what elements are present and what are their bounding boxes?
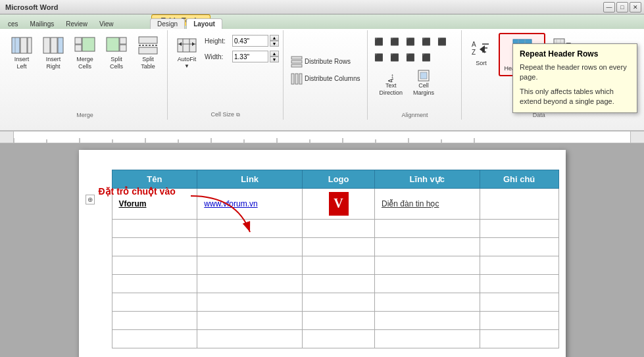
cell-desc-5 (375, 274, 480, 293)
height-label: Height: (205, 37, 231, 45)
app-title: Microsoft Word (5, 3, 58, 11)
cell-link-7 (197, 311, 303, 329)
cell-logo-3 (303, 237, 375, 256)
distribute-cols-btn[interactable]: Distribute Columns (287, 71, 363, 87)
svg-rect-26 (295, 74, 298, 84)
align-bottom-center-btn[interactable]: ⬛ (403, 50, 418, 64)
minimize-btn[interactable]: — (603, 2, 615, 12)
tab-mailings[interactable]: Mailings (25, 19, 60, 29)
col-header-linhvuc: Lĩnh vực (375, 170, 480, 188)
split-cells-label: Split Cells (110, 56, 123, 70)
svg-rect-11 (120, 37, 126, 44)
svg-rect-8 (75, 45, 82, 51)
align-center-btn[interactable]: ⬛ (435, 34, 449, 49)
tab-ces[interactable]: ces (3, 19, 24, 29)
cell-link-3 (197, 237, 303, 256)
cell-logo-8 (303, 329, 375, 348)
cell-name-5 (112, 274, 197, 293)
autofit-label: AutoFit (178, 56, 197, 63)
cell-desc-1: Diễn đàn tin học (375, 188, 480, 219)
cell-margins-label: Cell Margins (413, 82, 434, 97)
split-cells-btn[interactable]: Split Cells (101, 32, 132, 74)
height-spin-down[interactable]: ▼ (270, 41, 279, 47)
align-center-left-btn[interactable]: ⬛ (419, 34, 433, 49)
cell-margins-icon (417, 69, 430, 82)
svg-rect-1 (20, 37, 27, 53)
table-add-icon: ⊕ (86, 195, 95, 204)
close-btn[interactable]: ✕ (630, 2, 641, 12)
svg-rect-10 (107, 37, 119, 51)
svg-rect-0 (12, 37, 20, 53)
cell-margins-btn[interactable]: Cell Margins (409, 66, 439, 100)
col-header-ghichu: Ghi chú (480, 170, 558, 188)
merge-cells-label: Merge Cells (76, 56, 93, 70)
split-table-btn[interactable]: Split Table (133, 32, 163, 74)
insert-delete-group: Insert Left Insert Right (3, 30, 168, 120)
sort-btn[interactable]: A Z Sort (466, 33, 496, 72)
distribute-rows-label: Distribute Rows (305, 58, 351, 65)
annotation-text: Đặt trỏ chuột vào (99, 186, 176, 197)
doc-page: Đặt trỏ chuột vào ⊕ Tên Link Logo Lĩnh v… (79, 150, 566, 357)
maximize-btn[interactable]: □ (616, 2, 628, 12)
cell-desc-4 (375, 256, 480, 274)
cell-size-group: AutoFit ▼ Height: ▲ ▼ Width: (168, 30, 284, 120)
cell-note-3 (480, 237, 558, 256)
cell-name-7 (112, 311, 197, 329)
word-table: Tên Link Logo Lĩnh vực Ghi chú Vforum ww… (112, 170, 559, 348)
tab-view[interactable]: View (94, 19, 119, 29)
tab-review[interactable]: Review (61, 19, 93, 29)
table-row (112, 256, 558, 274)
width-spin-down[interactable]: ▼ (270, 57, 279, 62)
align-top-left-btn[interactable]: ⬛ (372, 34, 386, 49)
svg-rect-2 (28, 37, 32, 53)
svg-rect-24 (291, 64, 302, 67)
table-row (112, 274, 558, 293)
insert-right-icon (43, 35, 64, 56)
cell-logo-7 (303, 311, 375, 329)
cell-desc-7 (375, 311, 480, 329)
align-bottom-right-btn[interactable]: ⬛ (419, 50, 433, 64)
svg-rect-4 (43, 37, 50, 53)
ribbon-tab-bar: ces Mailings Review View Table Tools Des… (0, 14, 644, 29)
ruler (0, 131, 644, 143)
width-spin-up[interactable]: ▲ (270, 51, 279, 57)
align-center-right-btn[interactable]: ⬛ (372, 50, 386, 64)
autofit-btn[interactable]: AutoFit ▼ (172, 32, 202, 72)
insert-right-btn[interactable]: Insert Right (38, 32, 68, 74)
height-input[interactable] (232, 35, 268, 47)
align-bottom-left-btn[interactable]: ⬛ (387, 50, 402, 64)
align-top-center-btn[interactable]: ⬛ (387, 34, 402, 49)
col-header-logo: Logo (303, 170, 375, 188)
table-row: Vforum www.vforum.vn V Diễn đàn tin học (112, 188, 558, 219)
tab-layout[interactable]: Layout (186, 18, 222, 29)
split-table-icon (137, 35, 159, 56)
svg-rect-15 (139, 47, 157, 54)
align-top-right-btn[interactable]: ⬛ (403, 34, 418, 49)
height-spin-up[interactable]: ▲ (270, 35, 279, 41)
width-input[interactable] (232, 51, 268, 62)
insert-left-btn[interactable]: Insert Left (7, 32, 37, 74)
cell-logo-6 (303, 293, 375, 311)
alignment-group: ⬛ ⬛ ⬛ ⬛ ⬛ ⬛ ⬛ ⬛ ⬛ A ↕ Text Direction (368, 30, 462, 120)
table-row (112, 219, 558, 237)
text-direction-btn[interactable]: A ↕ Text Direction (374, 66, 407, 100)
autofit-icon (176, 35, 197, 56)
tab-design[interactable]: Design (150, 18, 185, 29)
split-table-label: Split Table (141, 56, 155, 70)
distribute-group: Distribute Rows Distribute Columns (284, 30, 368, 120)
svg-text:Z: Z (472, 49, 476, 56)
width-label: Width: (205, 53, 231, 60)
svg-rect-13 (139, 37, 157, 43)
svg-rect-27 (299, 74, 302, 84)
tooltip-line2: This only affects tables which extend be… (520, 87, 630, 107)
distribute-rows-btn[interactable]: Distribute Rows (287, 54, 363, 70)
cell-note-6 (480, 293, 558, 311)
merge-cells-btn[interactable]: Merge Cells (70, 32, 100, 74)
cell-link-5 (197, 274, 303, 293)
cell-desc-2 (375, 219, 480, 237)
table-row (112, 311, 558, 329)
svg-text:A: A (472, 41, 476, 48)
split-cells-icon (106, 35, 127, 56)
merge-group-label: Merge (3, 112, 167, 118)
cell-name-8 (112, 329, 197, 348)
